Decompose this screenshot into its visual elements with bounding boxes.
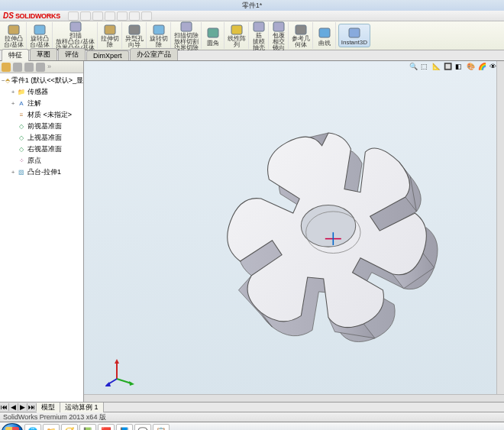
tree-node-label: 上视基准面 (27, 133, 62, 143)
config-tab-icon[interactable] (24, 63, 34, 72)
ribbon-btn-12[interactable]: 曲线 (314, 22, 336, 49)
ribbon-icon (252, 21, 266, 33)
menu-new-icon[interactable] (68, 11, 79, 21)
bottom-tab-0[interactable]: 模型 (37, 403, 60, 412)
svg-rect-2 (70, 22, 81, 31)
tree-node-icon: 📁 (17, 89, 26, 96)
solidworks-logo: DS SOLIDWORKS (3, 11, 60, 20)
btab-nav-1[interactable]: ◀ (9, 403, 18, 411)
tree-item[interactable]: +▧凸台-拉伸1 (2, 167, 82, 178)
ribbon-tab-4[interactable]: 办公室产品 (130, 48, 178, 60)
tree-root[interactable]: − ⬘ 零件1 (默认<<默认>_显示状态 (2, 75, 82, 86)
ribbon-tab-3[interactable]: DimXpert (86, 50, 129, 60)
ribbon-btn-2[interactable]: 扫描放样凸台/基体边界凸台/基体 (53, 22, 97, 49)
menu-undo-icon[interactable] (117, 11, 128, 21)
ribbon-btn-4[interactable]: 异型孔向导 (123, 22, 147, 49)
ribbon-btn-5[interactable]: 旋转切除 (147, 22, 171, 49)
ribbon-tab-2[interactable]: 评估 (58, 48, 86, 60)
ribbon-label: 参考几何体 (292, 36, 310, 48)
ribbon-icon (102, 23, 118, 36)
ribbon-icon (205, 25, 221, 40)
taskbar-app-6[interactable]: 💬 (134, 424, 151, 430)
menu-rebuild-icon[interactable] (129, 11, 140, 21)
menu-print-icon[interactable] (105, 11, 115, 21)
menu-save-icon[interactable] (92, 11, 103, 21)
ribbon-btn-3[interactable]: 拉伸切除 (99, 22, 122, 49)
svg-rect-6 (181, 22, 192, 31)
svg-rect-1 (34, 25, 45, 34)
start-button[interactable] (2, 423, 23, 430)
part-icon: ⬘ (5, 77, 10, 85)
ribbon-tab-0[interactable]: 特征 (2, 49, 29, 61)
ribbon-label: 包覆相交镜向 (273, 33, 285, 51)
property-tab-icon[interactable] (13, 63, 22, 72)
ribbon-btn-7[interactable]: 圆角 (202, 22, 225, 49)
ribbon-icon (69, 21, 82, 33)
btab-nav-0[interactable]: ⏮ (0, 403, 9, 411)
feature-tree: − ⬘ 零件1 (默认<<默认>_显示状态 +📁传感器+A注解≡材质 <未指定>… (0, 73, 83, 179)
taskbar-app-1[interactable]: 📁 (43, 424, 60, 430)
tree-item[interactable]: ◇前视基准面 (2, 121, 82, 132)
expand-icon[interactable]: + (9, 89, 17, 95)
expand-icon[interactable]: + (9, 169, 17, 176)
ribbon-btn-1[interactable]: 旋转凸台/基体 (27, 22, 53, 49)
tree-node-icon: A (17, 100, 26, 108)
menu-open-icon[interactable] (80, 11, 91, 21)
bottom-tab-1[interactable]: 运动算例 1 (60, 403, 104, 412)
tree-node-label: 传感器 (27, 87, 48, 97)
svg-rect-11 (296, 25, 306, 34)
scrollbar-horizontal[interactable] (84, 394, 504, 402)
menu-options-icon[interactable] (141, 11, 152, 21)
tree-item[interactable]: ◇右视基准面 (2, 144, 82, 155)
ribbon-icon (346, 25, 363, 40)
ribbon-btn-10[interactable]: 包覆相交镜向 (270, 22, 289, 49)
taskbar-app-4[interactable]: 🟥 (98, 424, 115, 430)
ribbon-btn-6[interactable]: 扫描切除放样切割边界切除 (172, 22, 202, 49)
tree-node-label: 前视基准面 (27, 121, 62, 131)
tree-item[interactable]: +A注解 (2, 98, 82, 109)
ribbon-btn-8[interactable]: 线性阵列 (225, 22, 249, 49)
ribbon-icon (316, 25, 333, 40)
ribbon-icon (228, 23, 245, 36)
viewport-3d[interactable]: 🔍 ⬚ 📐 🔲 ◧ 🎨 🌈 👁 (84, 61, 504, 402)
tree-node-icon: ⁘ (17, 157, 26, 165)
svg-rect-4 (129, 25, 140, 34)
tree-item[interactable]: ⁘原点 (2, 155, 82, 167)
scrollbar-vertical[interactable] (496, 61, 504, 394)
ribbon-label: 旋转凸台/基体 (30, 36, 50, 48)
ribbon-label: 旋转切除 (150, 36, 168, 48)
taskbar-app-0[interactable]: 🌐 (24, 424, 41, 430)
ribbon-toolbar: 拉伸凸台/基体旋转凸台/基体扫描放样凸台/基体边界凸台/基体拉伸切除异型孔向导旋… (0, 21, 504, 50)
model-render (84, 61, 504, 402)
expand-icon[interactable]: + (9, 100, 17, 107)
svg-rect-9 (254, 22, 264, 31)
tree-item[interactable]: ◇上视基准面 (2, 132, 82, 144)
title-bar: 零件1* (0, 0, 504, 11)
ribbon-btn-9[interactable]: 筋拔模抽壳 (250, 22, 269, 49)
btab-nav-3[interactable]: ⏭ (27, 403, 37, 411)
feature-tree-tab-icon[interactable] (2, 63, 11, 72)
ribbon-label: 线性阵列 (228, 36, 246, 48)
ribbon-label: 拉伸切除 (101, 36, 119, 48)
btab-nav-2[interactable]: ▶ (18, 403, 27, 411)
ribbon-icon (5, 23, 22, 36)
ribbon-tab-1[interactable]: 草图 (30, 48, 57, 60)
taskbar-app-2[interactable]: 🧭 (61, 424, 78, 430)
panel-chevron-icon[interactable]: » (47, 63, 57, 72)
svg-rect-3 (105, 25, 115, 34)
ribbon-btn-13[interactable]: Instant3D (338, 24, 370, 47)
tree-node-label: 右视基准面 (27, 144, 62, 154)
taskbar-app-7[interactable]: 📋 (153, 424, 170, 430)
display-tab-icon[interactable] (36, 63, 45, 72)
ribbon-btn-11[interactable]: 参考几何体 (289, 22, 313, 49)
svg-rect-0 (8, 25, 19, 34)
ribbon-icon (272, 21, 286, 33)
ribbon-btn-0[interactable]: 拉伸凸台/基体 (2, 22, 27, 49)
svg-rect-5 (153, 25, 164, 34)
tree-node-icon: ◇ (17, 146, 26, 154)
tree-item[interactable]: ≡材质 <未指定> (2, 109, 82, 121)
ribbon-label: 扫描切除放样切割边界切除 (174, 33, 199, 51)
taskbar-app-5[interactable]: 📘 (116, 424, 133, 430)
tree-item[interactable]: +📁传感器 (2, 86, 82, 98)
taskbar-app-3[interactable]: 📗 (79, 424, 96, 430)
